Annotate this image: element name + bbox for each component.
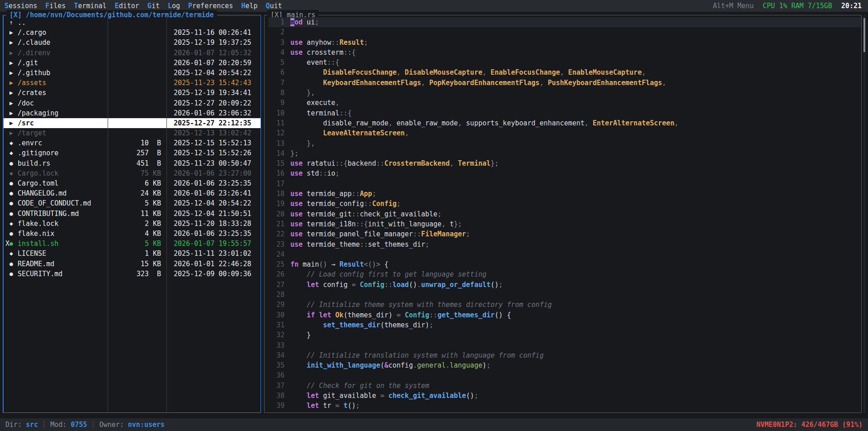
menu-item-terminal[interactable]: Terminal [74, 2, 106, 10]
file-row-build-rs[interactable]: ●build.rs451 B2025-11-23 00:50:47 [4, 158, 261, 168]
code-line-33[interactable]: 33 [268, 340, 861, 350]
file-row-Cargo-toml[interactable]: ●Cargo.toml6 KB2026-01-06 23:25:35 [4, 178, 261, 188]
code-line-30[interactable]: 30 if let Ok(themes_dir) = Config::get_t… [268, 310, 861, 320]
file-row--claude[interactable]: ▶/.claude2025-12-19 19:37:25 [4, 38, 261, 48]
code-line-9[interactable]: 9 execute, [268, 98, 861, 108]
token-pu: :: [351, 210, 360, 218]
token-fn: get_themes_dir [437, 311, 494, 319]
code-line-37[interactable]: 37 // Check for git on the system [268, 381, 861, 391]
code-line-1[interactable]: 1mod ui; [268, 17, 861, 27]
token-cty: Config [405, 311, 429, 319]
file-row-crates[interactable]: ▶/crates2025-12-19 19:34:41 [4, 88, 261, 98]
code-line-34[interactable]: 34 // Initialize translation system with… [268, 350, 861, 360]
file-row-flake-lock[interactable]: ◆flake.lock2 KB2025-11-20 18:33:28 [4, 219, 261, 229]
icon-pad [5, 198, 9, 208]
code-line-15[interactable]: 15use ratatui::{backend::CrosstermBacken… [268, 158, 861, 168]
file-row--gitignore[interactable]: ◆.gitignore257 B2025-12-15 15:52:26 [4, 148, 261, 158]
code-text: disable_raw_mode, enable_raw_mode, suppo… [285, 118, 678, 128]
file-row-Cargo-lock[interactable]: ◆Cargo.lock75 KB2026-01-06 23:27:00 [4, 168, 261, 178]
code-line-28[interactable]: 28 [268, 290, 861, 300]
file-row---[interactable]: ↑.. [4, 18, 261, 28]
file-name: .envrc [18, 138, 42, 148]
file-row--github[interactable]: ▶/.github2025-12-04 20:54:22 [4, 68, 261, 78]
menu-hotkey: S [5, 2, 9, 10]
code-line-12[interactable]: 12 LeaveAlternateScreen, [268, 128, 861, 138]
code-line-25[interactable]: 25fn main() → Result<()> { [268, 259, 861, 269]
code-line-13[interactable]: 13 }, [268, 139, 861, 148]
menu-item-preferences[interactable]: Preferences [188, 2, 233, 10]
code-line-23[interactable]: 23use termide_theme::set_themes_dir; [268, 239, 861, 249]
code-line-39[interactable]: 39 let tr = t(); [268, 401, 861, 411]
code-line-3[interactable]: 3use anyhow::Result; [268, 38, 861, 48]
icon-pad [5, 229, 9, 239]
code-line-36[interactable]: 36 [268, 370, 861, 380]
file-row-CODE_OF_CONDUCT-md[interactable]: ●CODE_OF_CONDUCT.md5 KB2025-12-04 20:54:… [4, 198, 261, 208]
token-kw: use [290, 169, 303, 177]
file-row-CHANGELOG-md[interactable]: ●CHANGELOG.md24 KB2026-01-06 23:26:41 [4, 188, 261, 198]
file-row-README-md[interactable]: ●README.md15 KB2026-01-01 22:46:28 [4, 259, 261, 269]
file-mtime: 2026-01-01 22:46:28 [166, 259, 261, 269]
file-row-target[interactable]: ▶/target2025-12-13 13:02:42 [4, 128, 261, 138]
code-line-35[interactable]: 35 init_with_language(&config.general.la… [268, 360, 861, 370]
file-row-assets[interactable]: ▶/assets2025-11-23 15:42:43 [4, 78, 261, 88]
file-row--cargo[interactable]: ▶/.cargo2025-11-16 00:26:41 [4, 28, 261, 38]
token-ty: FileManager [421, 230, 466, 238]
file-row-install-sh[interactable]: X●install.sh5 KB2026-01-07 19:55:57 [4, 239, 261, 249]
menu-item-files[interactable]: Files [45, 2, 66, 10]
code-line-10[interactable]: 10 terminal::{ [268, 108, 861, 118]
token-id: ) [482, 361, 486, 369]
token-pu: ::{ [335, 159, 347, 168]
menu-item-editor[interactable]: Editor [115, 2, 139, 10]
file-row-LICENSE[interactable]: ◆LICENSE1 KB2025-11-11 23:01:02 [4, 249, 261, 259]
code-line-17[interactable]: 17 [268, 179, 861, 189]
editor-scrollbar-thumb[interactable] [863, 18, 865, 52]
code-line-27[interactable]: 27 let config = Config::load().unwrap_or… [268, 280, 861, 290]
code-line-20[interactable]: 20use termide_git::check_git_available; [268, 209, 861, 219]
icon-pad [5, 28, 9, 38]
code-line-11[interactable]: 11 disable_raw_mode, enable_raw_mode, su… [268, 118, 861, 128]
code-line-32[interactable]: 32 } [268, 330, 861, 340]
code-line-31[interactable]: 31 set_themes_dir(themes_dir); [268, 320, 861, 330]
code-text: fn main() → Result<()> { [285, 259, 389, 269]
menu-item-help[interactable]: Help [241, 2, 257, 10]
file-row-flake-nix[interactable]: ●flake.nix4 KB2026-01-06 23:25:35 [4, 229, 261, 239]
editor-scrollbar-track[interactable] [863, 15, 865, 413]
code-line-4[interactable]: 4use crossterm::{ [268, 48, 861, 57]
file-row--git[interactable]: ▶/.git2026-01-07 20:20:59 [4, 58, 261, 68]
menu-item-sessions[interactable]: Sessions [5, 2, 37, 10]
file-diamond-icon: ◆ [9, 138, 14, 148]
file-row--direnv[interactable]: ▶/.direnv2026-01-07 12:05:32 [4, 48, 261, 58]
file-diamond-icon: ◆ [9, 219, 14, 229]
code-line-24[interactable]: 24 [268, 249, 861, 259]
file-row-packaging[interactable]: ▶/packaging2026-01-06 23:06:32 [4, 108, 261, 118]
code-line-14[interactable]: 14}; [268, 148, 861, 158]
code-line-7[interactable]: 7 KeyboardEnhancementFlags, PopKeyboardE… [268, 78, 861, 88]
token-id: () [409, 281, 417, 289]
code-line-16[interactable]: 16use std::io; [268, 168, 861, 178]
code-line-22[interactable]: 22use termide_panel_file_manager::FileMa… [268, 229, 861, 239]
file-circle-icon: ● [9, 239, 14, 249]
code-line-26[interactable]: 26 // Load config first to get language … [268, 269, 861, 279]
file-row-src[interactable]: ▶/src2025-12-27 22:12:35 [4, 118, 261, 128]
menu-item-quit[interactable]: Quit [266, 2, 282, 10]
menu-item-git[interactable]: Git [147, 2, 160, 10]
code-line-18[interactable]: 18use termide_app::App; [268, 189, 861, 199]
file-row-CONTRIBUTING-md[interactable]: ●CONTRIBUTING.md11 KB2025-12-04 21:50:51 [4, 209, 261, 219]
code-line-2[interactable]: 2 [268, 27, 861, 37]
code-text: use termide_git::check_git_available; [285, 209, 441, 219]
file-size [108, 98, 166, 108]
code-line-21[interactable]: 21use termide_i18n::{init_with_language,… [268, 219, 861, 229]
file-row--envrc[interactable]: ◆.envrc10 B2025-12-15 15:52:13 [4, 138, 261, 148]
code-line-38[interactable]: 38 let git_available = check_git_availab… [268, 391, 861, 401]
file-row-doc[interactable]: ▶/doc2025-12-27 20:09:22 [4, 98, 261, 108]
file-name: .gitignore [18, 148, 58, 158]
code-line-19[interactable]: 19use termide_config::Config; [268, 199, 861, 209]
code-area[interactable]: 1mod ui;23use anyhow::Result;4use crosst… [265, 15, 861, 412]
code-line-8[interactable]: 8 }, [268, 88, 861, 98]
code-line-29[interactable]: 29 // Initialize theme system with theme… [268, 300, 861, 310]
code-line-5[interactable]: 5 event::{ [268, 57, 861, 67]
token-fn: set_themes_dir [290, 321, 380, 329]
code-line-6[interactable]: 6 DisableFocusChange, DisableMouseCaptur… [268, 67, 861, 77]
file-row-SECURITY-md[interactable]: ●SECURITY.md323 B2025-12-09 00:09:36 [4, 269, 261, 279]
menu-item-log[interactable]: Log [168, 2, 180, 10]
